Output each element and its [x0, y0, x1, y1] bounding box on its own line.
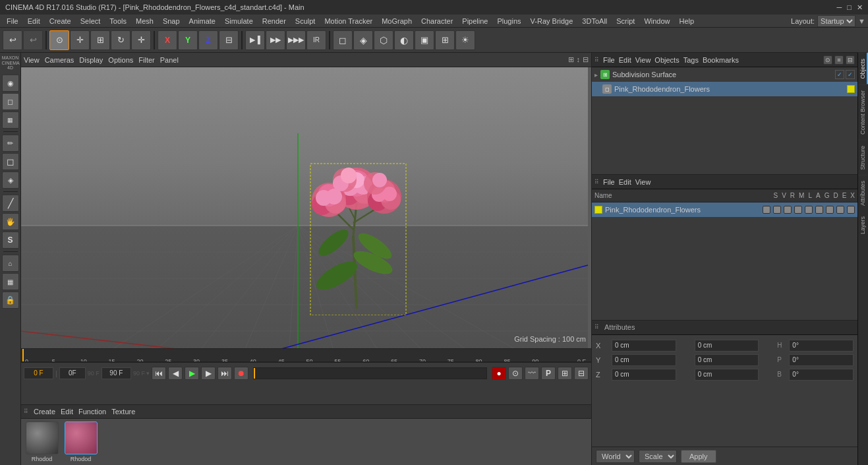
menu-character[interactable]: Character	[417, 16, 457, 26]
display-obj-btn[interactable]: ⊞	[435, 30, 455, 50]
mat-menu-texture[interactable]: Texture	[111, 408, 135, 416]
vtab-objects[interactable]: Objects	[858, 53, 868, 84]
attr-y-pos-input[interactable]	[612, 354, 676, 366]
mat-icon-1[interactable]	[763, 206, 770, 214]
obj-menu-bookmarks[interactable]: Bookmarks	[703, 56, 739, 64]
obj-check-2[interactable]: ✓	[846, 70, 855, 79]
timeline-p-btn[interactable]: P	[541, 367, 556, 380]
attr-h-input[interactable]	[789, 340, 854, 352]
display-mode-btn[interactable]: ◐	[394, 30, 414, 50]
viewport-menu-options[interactable]: Options	[108, 56, 133, 64]
sidebar-checkers-btn[interactable]: ▦	[2, 273, 19, 290]
material-thumb-2[interactable]: Rhodod	[63, 421, 99, 462]
step-back-btn[interactable]: ◀	[168, 367, 183, 380]
obj-menu-edit[interactable]: Edit	[619, 56, 631, 64]
layout-dropdown[interactable]: Startup	[817, 15, 855, 27]
close-btn[interactable]: ✕	[857, 3, 863, 12]
menu-plugins[interactable]: Plugins	[493, 16, 525, 26]
menu-3dtoall[interactable]: 3DToAll	[578, 16, 611, 26]
obj-menu-file[interactable]: File	[603, 56, 615, 64]
obj-pink-rhododendron[interactable]: ◻ Pink_Rhododendron_Flowers	[592, 82, 857, 96]
undo-btn[interactable]: ↩	[3, 30, 22, 50]
mat-icon-2[interactable]	[773, 206, 781, 214]
obj-menu-tags[interactable]: Tags	[683, 56, 699, 64]
display-light-btn[interactable]: ☀	[455, 30, 475, 50]
mode-rotate-btn[interactable]: ↻	[111, 30, 130, 50]
menu-motion-tracker[interactable]: Motion Tracker	[320, 16, 376, 26]
material-thumb-1[interactable]: Rhodod	[24, 421, 60, 462]
mat-icon-7[interactable]	[826, 206, 834, 214]
mat-icon-8[interactable]	[836, 206, 844, 214]
current-frame-input[interactable]	[24, 367, 53, 379]
sidebar-s-btn[interactable]: S	[2, 232, 19, 249]
obj-subdivision-surface[interactable]: ▸ ⊞ Subdivision Surface ✓ ✓	[592, 67, 857, 82]
mat-panel-file[interactable]: File	[603, 178, 615, 186]
sidebar-line-btn[interactable]: ╱	[2, 195, 19, 212]
menu-animate[interactable]: Animate	[185, 16, 219, 26]
viewport-menu-panel[interactable]: Panel	[160, 56, 179, 64]
axis-x-btn[interactable]: X	[158, 30, 177, 50]
maximize-btn[interactable]: □	[847, 3, 852, 12]
frame-start-input[interactable]	[59, 367, 86, 379]
menu-snap[interactable]: Snap	[159, 16, 184, 26]
viewport-3d[interactable]: Perspective	[21, 67, 591, 348]
viewport-menu-filter[interactable]: Filter	[138, 56, 154, 64]
obj-panel-icon-2[interactable]: ≡	[834, 55, 844, 65]
mat-icon-3[interactable]	[784, 206, 792, 214]
apply-button[interactable]: Apply	[681, 450, 716, 463]
render-active-btn[interactable]: ▶▶	[266, 30, 285, 50]
step-fwd-btn[interactable]: ▶	[201, 367, 216, 380]
menu-script[interactable]: Script	[612, 16, 639, 26]
mode-move-btn[interactable]: ✛	[70, 30, 90, 50]
layout-arrow[interactable]: ▼	[858, 17, 865, 25]
timeline-track[interactable]	[253, 367, 487, 379]
menu-render[interactable]: Render	[258, 16, 290, 26]
mat-panel-edit[interactable]: Edit	[619, 178, 631, 186]
mode-select-btn[interactable]: ✛	[131, 30, 151, 50]
mode-scale-btn[interactable]: ⊞	[90, 30, 110, 50]
menu-mograph[interactable]: MoGraph	[378, 16, 416, 26]
obj-panel-icon-1[interactable]: ⊙	[823, 55, 832, 65]
sidebar-pen-btn[interactable]: ✏	[2, 135, 19, 152]
window-controls[interactable]: ─ □ ✕	[837, 3, 863, 12]
vtab-structure[interactable]: Structure	[858, 140, 868, 175]
render-region-btn[interactable]: ▶▐	[245, 30, 265, 50]
vtab-content-browser[interactable]: Content Browser	[858, 84, 868, 140]
goto-start-btn[interactable]: ⏮	[152, 367, 166, 380]
mat-menu-function[interactable]: Function	[78, 408, 106, 416]
render-ir-btn[interactable]: IR	[306, 30, 326, 50]
axis-z-btn[interactable]: Z	[198, 30, 218, 50]
sidebar-sculpt-btn[interactable]: ⌂	[2, 255, 19, 272]
mat-menu-edit[interactable]: Edit	[61, 408, 73, 416]
menu-pipeline[interactable]: Pipeline	[458, 16, 492, 26]
attr-z-pos-input[interactable]	[612, 369, 676, 381]
goto-end-btn[interactable]: ⏭	[217, 367, 232, 380]
axis-y-btn[interactable]: Y	[178, 30, 198, 50]
mat-icon-6[interactable]	[815, 206, 823, 214]
minimize-btn[interactable]: ─	[837, 3, 842, 12]
menu-sculpt[interactable]: Sculpt	[291, 16, 320, 26]
mat-icon-9[interactable]	[847, 206, 855, 214]
mat-menu-create[interactable]: Create	[34, 408, 55, 416]
play-btn[interactable]: ▶	[185, 367, 199, 380]
sidebar-magnet-btn[interactable]: 🖐	[2, 213, 19, 230]
mode-object-btn[interactable]: ⊙	[49, 30, 69, 50]
attr-world-dropdown[interactable]: World	[596, 450, 635, 463]
timeline-grid-btn[interactable]: ⊞	[558, 367, 572, 380]
viewport-ctrl-2[interactable]: ↕	[577, 55, 581, 64]
frame-end-input[interactable]	[101, 367, 131, 379]
sidebar-cube-btn[interactable]: ◻	[2, 153, 19, 170]
viewport-menu-view[interactable]: View	[24, 56, 40, 64]
attr-p-input[interactable]	[789, 354, 854, 366]
sidebar-shape-btn[interactable]: ◈	[2, 171, 19, 189]
timeline-key-btn[interactable]: ●	[492, 367, 506, 380]
render-all-btn[interactable]: ▶▶▶	[286, 30, 306, 50]
vtab-attributes[interactable]: Attributes	[858, 175, 868, 211]
menu-mesh[interactable]: Mesh	[132, 16, 158, 26]
menu-create[interactable]: Create	[45, 16, 75, 26]
menu-help[interactable]: Help	[676, 16, 699, 26]
menu-file[interactable]: File	[3, 16, 22, 26]
obj-panel-icon-3[interactable]: ⊟	[846, 55, 855, 65]
display-cube-btn[interactable]: ◻	[333, 30, 353, 50]
sidebar-lock-btn[interactable]: 🔒	[2, 292, 19, 309]
